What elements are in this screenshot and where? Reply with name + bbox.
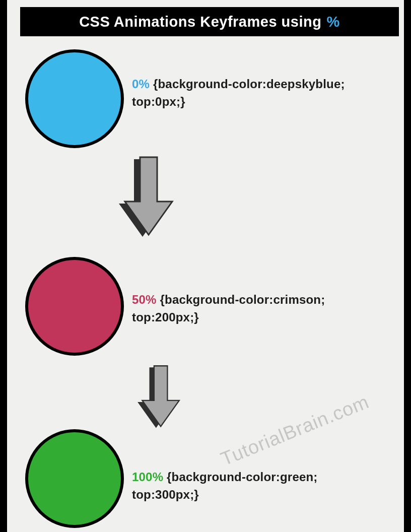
diagram-frame: CSS Animations Keyframes using % 0% {bac…	[0, 0, 411, 532]
keyframe-rule-part2: top:200px;}	[132, 310, 199, 324]
keyframe-rule-part1: {background-color:deepskyblue;	[150, 77, 345, 91]
circle-100-percent	[25, 429, 124, 528]
keyframe-code-0: 0% {background-color:deepskyblue; top:0p…	[132, 76, 345, 111]
keyframe-rule-part2: top:300px;}	[132, 488, 199, 501]
keyframe-percent-label: 0%	[132, 77, 150, 91]
title-bar: CSS Animations Keyframes using %	[20, 7, 399, 36]
keyframe-code-50: 50% {background-color:crimson; top:200px…	[132, 291, 325, 326]
title-percent-symbol: %	[327, 14, 340, 30]
title-text: CSS Animations Keyframes using	[79, 14, 321, 30]
watermark-text: TutorialBrain.com	[218, 391, 372, 470]
circle-0-percent	[25, 49, 124, 148]
keyframe-rule-part1: {background-color:green;	[163, 470, 317, 484]
keyframe-percent-label: 100%	[132, 470, 163, 484]
circle-50-percent	[25, 257, 124, 356]
keyframe-code-100: 100% {background-color:green; top:300px;…	[132, 469, 318, 504]
keyframe-rule-part2: top:0px;}	[132, 95, 185, 108]
down-arrow-icon	[117, 153, 177, 239]
down-arrow-icon	[136, 363, 183, 430]
keyframe-percent-label: 50%	[132, 293, 157, 306]
keyframe-rule-part1: {background-color:crimson;	[157, 293, 325, 306]
